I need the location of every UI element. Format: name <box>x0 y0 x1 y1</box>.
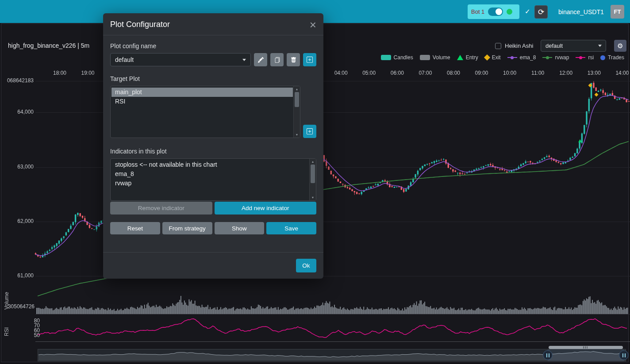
modal-title: Plot Configurator <box>110 20 170 29</box>
legend-item-Exit[interactable]: Exit <box>485 54 501 61</box>
x-axis-tick: 09:00 <box>471 70 493 76</box>
grip-icon <box>583 346 588 349</box>
y-axis-tick: 62,000 <box>0 218 34 224</box>
delete-config-button[interactable] <box>287 53 300 66</box>
y-axis-tick: 63,000 <box>0 164 34 170</box>
datazoom-left-handle[interactable] <box>543 350 553 360</box>
pause-bar-icon <box>622 353 623 357</box>
x-axis-tick: 19:00 <box>77 70 99 76</box>
datazoom-right-handle[interactable] <box>619 350 629 360</box>
copy-icon <box>274 57 280 63</box>
close-icon[interactable]: × <box>310 21 316 29</box>
Exit-marker-icon <box>484 54 490 61</box>
target-plot-label: Target Plot <box>110 75 316 82</box>
legend-label: rvwap <box>555 54 569 61</box>
target-plot-option[interactable]: main_plot <box>111 88 293 97</box>
add-indicator-button[interactable]: Add new indicator <box>215 202 317 215</box>
legend-label: ema_8 <box>520 54 536 61</box>
x-axis-tick: 10:00 <box>499 70 521 76</box>
bot-toggle[interactable] <box>488 8 503 16</box>
legend-item-ema_8[interactable]: ema_8 <box>507 54 536 61</box>
bot-selector[interactable]: Bot 1 <box>468 4 519 19</box>
add-config-button[interactable] <box>303 53 316 66</box>
show-button[interactable]: Show <box>215 222 265 234</box>
legend-label: rsi <box>588 54 594 61</box>
x-axis-tick: 04:00 <box>330 70 352 76</box>
listbox-scrollbar[interactable]: ▲ ▼ <box>309 159 316 200</box>
x-axis-tick: 08:00 <box>442 70 465 76</box>
heikin-ashi-label: Heikin Ashi <box>505 42 533 49</box>
target-plot-listbox[interactable]: main_plot RSI ▲ ▼ <box>110 86 300 138</box>
plot-config-name-select[interactable]: default <box>110 53 251 66</box>
legend-label: Exit <box>492 54 501 61</box>
ema_8-marker-icon <box>507 57 517 58</box>
indicators-listbox[interactable]: stoploss <-- not available in this chart… <box>110 158 316 201</box>
x-axis-tick: 18:00 <box>49 70 71 76</box>
modal-body: Plot config name default Target Plot mai… <box>103 35 323 252</box>
online-indicator <box>507 9 512 15</box>
refresh-icon: ⟳ <box>538 8 544 16</box>
indicator-option[interactable]: stoploss <-- not available in this chart <box>111 160 309 169</box>
legend-item-Trades[interactable]: Trades <box>600 54 624 61</box>
x-axis-tick: 06:00 <box>386 70 408 76</box>
scroll-up-icon[interactable]: ▲ <box>310 160 316 163</box>
add-target-plot-button[interactable] <box>303 125 316 138</box>
Candles-marker-icon <box>381 55 391 60</box>
legend-label: Volume <box>433 54 450 61</box>
plot-configurator-modal: Plot Configurator × Plot config name def… <box>103 13 323 279</box>
x-axis-tick: 12:00 <box>555 70 577 76</box>
rsi-axis-tick: 50 <box>0 332 40 338</box>
scrollbar-thumb[interactable] <box>311 165 315 183</box>
x-axis-tick: 11:00 <box>527 70 549 76</box>
instance-name: binance_USDT1 <box>558 8 604 15</box>
heikin-ashi-checkbox[interactable] <box>495 43 501 49</box>
rename-config-button[interactable] <box>254 53 267 66</box>
plot-config-select-header[interactable]: default <box>541 40 606 52</box>
legend-item-Candles[interactable]: Candles <box>381 54 413 61</box>
scroll-down-icon[interactable]: ▼ <box>310 196 316 199</box>
ok-button[interactable]: Ok <box>296 259 316 272</box>
legend-item-rvwap[interactable]: rvwap <box>542 54 569 61</box>
scroll-down-icon[interactable]: ▼ <box>294 133 300 136</box>
plot-config-select-value: default <box>545 42 563 49</box>
Entry-marker-icon <box>457 55 463 60</box>
y-axis-tick: 61,000 <box>0 272 34 279</box>
chevron-down-icon <box>598 45 602 47</box>
plot-settings-button[interactable]: ⚙ <box>614 40 626 52</box>
x-axis-tick: 07:00 <box>414 70 436 76</box>
duplicate-config-button[interactable] <box>270 53 284 66</box>
chart-title: high_frog_binance_v226 | 5m <box>8 42 89 49</box>
scrollbar-thumb[interactable] <box>295 92 299 107</box>
chevron-down-icon <box>242 59 246 61</box>
volume-axis-tick: 305064726 <box>0 303 35 310</box>
y-axis-tick: 068642183 <box>0 77 34 84</box>
toggle-knob <box>496 8 502 15</box>
x-axis-tick: 14:00 <box>611 70 630 76</box>
indicator-option[interactable]: ema_8 <box>111 169 309 179</box>
bot-name-label: Bot 1 <box>471 8 484 15</box>
legend-item-Volume[interactable]: Volume <box>420 54 450 61</box>
plus-square-icon <box>307 57 313 63</box>
indicator-option[interactable]: rvwap <box>111 179 309 188</box>
scroll-up-icon[interactable]: ▲ <box>294 88 300 91</box>
legend-label: Trades <box>608 54 624 61</box>
plus-square-icon <box>307 128 313 134</box>
reset-button[interactable]: Reset <box>110 222 160 234</box>
pause-bar-icon <box>549 353 549 357</box>
x-axis-tick: 13:00 <box>583 70 605 76</box>
datazoom-scrollbar[interactable] <box>549 346 623 349</box>
avatar[interactable]: FT <box>611 5 624 19</box>
listbox-scrollbar[interactable]: ▲ ▼ <box>293 86 300 138</box>
check-icon: ✓ <box>525 8 530 15</box>
legend-item-Entry[interactable]: Entry <box>457 54 478 61</box>
y-axis-tick: 64,000 <box>0 109 34 115</box>
refresh-button[interactable]: ⟳ <box>534 5 548 19</box>
legend-label: Candles <box>394 54 413 61</box>
chart-legend: CandlesVolumeEntryExitema_8rvwaprsiTrade… <box>381 54 624 61</box>
remove-indicator-button[interactable]: Remove indicator <box>110 202 212 215</box>
from-strategy-button[interactable]: From strategy <box>162 222 212 234</box>
pause-bar-icon <box>546 353 547 357</box>
target-plot-option[interactable]: RSI <box>111 97 293 106</box>
save-button[interactable]: Save <box>266 222 316 234</box>
legend-item-rsi[interactable]: rsi <box>576 54 594 61</box>
